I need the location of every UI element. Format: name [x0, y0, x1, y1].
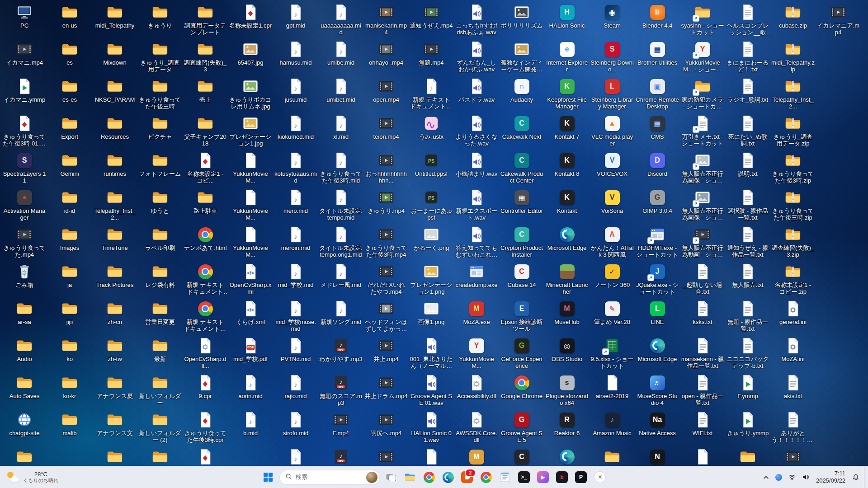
- desktop-icon[interactable]: ♪sirofo.mid: [273, 409, 318, 446]
- desktop-icon[interactable]: Aかんたん！AITalk 3 関西風: [590, 224, 635, 261]
- desktop-icon[interactable]: 小銭詰まり.wav: [454, 150, 499, 187]
- desktop-icon[interactable]: 井上ドラム.mp4: [363, 372, 409, 409]
- desktop-icon[interactable]: YukkuriMovieM...: [228, 150, 273, 187]
- desktop-icon[interactable]: きゅうり.mp4: [363, 187, 409, 224]
- desktop-icon[interactable]: KKontakt 7: [544, 113, 590, 150]
- desktop-icon[interactable]: きゅうり食ってた午後3時.cpr: [183, 409, 228, 446]
- desktop-icon[interactable]: Google Chrome: [499, 372, 544, 409]
- desktop-icon[interactable]: Export: [47, 113, 92, 150]
- desktop-icon[interactable]: きゅうり食ってた午後3時.zip: [770, 150, 816, 187]
- desktop-icon[interactable]: open.mp4: [363, 76, 409, 113]
- desktop-icon[interactable]: 無題.mp4: [409, 39, 454, 76]
- chrome-icon[interactable]: [420, 468, 438, 486]
- desktop-icon[interactable]: teion.mp4: [363, 113, 409, 150]
- desktop-icon[interactable]: malib: [47, 409, 92, 446]
- search-daily-image[interactable]: [366, 472, 377, 483]
- desktop-icon[interactable]: LSteinberg Library Manager: [590, 76, 635, 113]
- desktop-icon[interactable]: イカレマニア.mp4: [816, 2, 861, 39]
- desktop-icon[interactable]: ✎筆まめ Ver.28: [590, 298, 635, 335]
- desktop-icon[interactable]: ◉Steam: [590, 2, 635, 39]
- chatgpt-icon[interactable]: ✳: [591, 468, 609, 486]
- desktop-icon[interactable]: KKontakt: [544, 187, 590, 224]
- desktop-icon[interactable]: 死にたい_ぬ歌詞.txt: [725, 113, 770, 150]
- desktop-icon[interactable]: jijii: [47, 298, 92, 335]
- desktop-icon[interactable]: 名称未設定1 - コピ...: [183, 150, 228, 187]
- desktop-icon[interactable]: [363, 446, 409, 466]
- desktop-icon[interactable]: MMuseHub: [544, 298, 590, 335]
- desktop-icon[interactable]: プレゼンテーション1.jpg: [228, 113, 273, 150]
- desktop-icon[interactable]: Resources: [92, 113, 137, 150]
- desktop-icon[interactable]: ♪mid_学校muse.mid: [273, 298, 318, 335]
- desktop-icon[interactable]: zh-tw: [92, 335, 137, 372]
- desktop-icon[interactable]: テンポあて.html: [183, 224, 228, 261]
- desktop-icon[interactable]: ∩Audacity: [499, 76, 544, 113]
- desktop-icon[interactable]: 万引きメモ.txt - ショートカット: [680, 113, 725, 150]
- desktop-icon[interactable]: きゅうり_調査用データ.zip: [770, 113, 816, 150]
- desktop-icon[interactable]: GGroove Agent SE 5: [499, 409, 544, 446]
- desktop-icon[interactable]: HALion Sonic 01.wav: [409, 409, 454, 446]
- clipchamp-icon[interactable]: ▶: [534, 468, 552, 486]
- desktop-icon[interactable]: TimeTune: [92, 224, 137, 261]
- desktop-icon[interactable]: Auto Saves: [2, 372, 47, 409]
- desktop-icon[interactable]: EEpson 接続診断ツール: [499, 298, 544, 335]
- desktop-icon[interactable]: ♪aorin.mid: [228, 372, 273, 409]
- desktop-icon[interactable]: 無人販売不正行為画像 - ショートカット: [680, 187, 725, 224]
- desktop-icon[interactable]: YukkuriMovieM...: [228, 187, 273, 224]
- desktop-icon[interactable]: LLINE: [635, 298, 680, 335]
- desktop-icon[interactable]: ko-kr: [47, 372, 92, 409]
- desktop-icon[interactable]: ありがとう！！！！！！.txt: [770, 409, 816, 446]
- desktop-icon[interactable]: ♪MP3: [318, 446, 363, 466]
- desktop-icon[interactable]: F.mp4: [318, 409, 363, 446]
- desktop-icon[interactable]: 通知うぜえ.mp4: [409, 2, 454, 39]
- desktop-icon[interactable]: en-us: [47, 2, 92, 39]
- desktop-icon[interactable]: ♪Amazon Music: [590, 409, 635, 446]
- desktop-icon[interactable]: Microsoft Edge: [635, 335, 680, 372]
- desktop-icon[interactable]: アナウンス夏: [92, 372, 137, 409]
- desktop-icon[interactable]: ♪mid_学校.mid: [273, 261, 318, 298]
- desktop-icon[interactable]: ゆうと: [137, 187, 183, 224]
- desktop-icon[interactable]: id-id: [47, 187, 92, 224]
- desktop-icon[interactable]: ▦Brother Utilities: [635, 39, 680, 76]
- desktop-icon[interactable]: 新規エクスポート.wav: [454, 187, 499, 224]
- desktop-icon[interactable]: ♪きゅうり食ってた午後3時.mid: [318, 150, 363, 187]
- desktop-icon[interactable]: WIFI.txt: [680, 409, 725, 446]
- desktop-icon[interactable]: sPlogue sforzando x64: [544, 372, 590, 409]
- desktop-icon[interactable]: まにまにわーるど！.txt: [725, 39, 770, 76]
- desktop-icon[interactable]: 調査練習(失敗)_3.zip: [770, 224, 816, 261]
- desktop-icon[interactable]: イカマニ.ymmp: [2, 76, 47, 113]
- desktop-icon[interactable]: ♪xl.mid: [318, 113, 363, 150]
- desktop-icon[interactable]: DDiscord: [635, 150, 680, 187]
- desktop-icon[interactable]: M: [454, 446, 499, 466]
- desktop-icon[interactable]: cubase.zip: [770, 2, 816, 39]
- desktop-icon[interactable]: ♪新規 テキストドキュメント.musicxml: [409, 76, 454, 113]
- notification-bell-icon[interactable]: [849, 468, 863, 486]
- desktop-icon[interactable]: 家の防犯カメラ - ショートカット: [680, 76, 725, 113]
- desktop-icon[interactable]: 新しいフォルダー: [137, 372, 183, 409]
- desktop-icon[interactable]: おっhhhhhhhhhhhh...: [363, 150, 409, 187]
- desktop-icon[interactable]: ♪mero.mid: [273, 187, 318, 224]
- desktop-icon[interactable]: ♪rajio.mid: [273, 372, 318, 409]
- desktop-icon[interactable]: だれだFXいれたやつ.mp4: [363, 261, 409, 298]
- desktop-icon[interactable]: ♪MP3無題のスコア.mp3: [318, 372, 363, 409]
- chrome-icon[interactable]: [477, 468, 495, 486]
- desktop-icon[interactable]: 無人販売不正行為画像 - ショートカッ...: [680, 150, 725, 187]
- desktop-icon[interactable]: ♪メドレー風.mid: [318, 261, 363, 298]
- desktop-icon[interactable]: 選択肢 - 親作品一覧.txt: [725, 187, 770, 224]
- desktop-icon[interactable]: ♪hamusu.mid: [273, 39, 318, 76]
- desktop-icon[interactable]: CCubase 14: [499, 261, 544, 298]
- desktop-icon[interactable]: ヘルスコンプレッション__歌詞.txt: [725, 2, 770, 39]
- desktop-icon[interactable]: 無題 - 親作品一覧.txt: [725, 298, 770, 335]
- desktop-icon[interactable]: 名称未設定1.cpr: [228, 2, 273, 39]
- desktop-icon[interactable]: 調査用データテンプレート: [183, 2, 228, 39]
- desktop-icon[interactable]: YukkuriMovieM...: [228, 224, 273, 261]
- desktop-icon[interactable]: ラジオ_歌詞.txt: [725, 76, 770, 113]
- desktop-icon[interactable]: ▦Controller Editor: [499, 187, 544, 224]
- desktop-icon[interactable]: es: [47, 39, 92, 76]
- desktop-icon[interactable]: ▣Chrome Remote Desktop: [635, 76, 680, 113]
- desktop-icon[interactable]: Accessibility.dll: [454, 372, 499, 409]
- desktop-icon[interactable]: ♪新規ソング.mid: [318, 298, 363, 335]
- desktop-icon[interactable]: VVOICEVOX: [590, 150, 635, 187]
- desktop-icon[interactable]: airset2-2019: [590, 372, 635, 409]
- desktop-icon[interactable]: [725, 446, 770, 466]
- desktop-icon[interactable]: きゅうり食ってた午後3時-01.cpr: [2, 113, 47, 150]
